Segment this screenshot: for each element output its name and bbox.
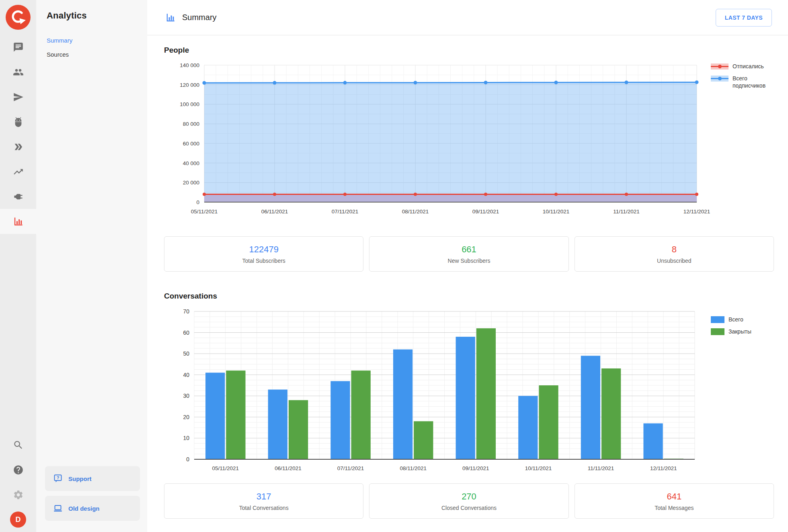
settings-gear-icon[interactable] bbox=[0, 482, 36, 507]
legend-item-total-subscribers: Всего подписчиков bbox=[711, 75, 774, 89]
date-range-button[interactable]: LAST 7 DAYS bbox=[716, 9, 772, 27]
legend-label-closed: Закрыты bbox=[728, 328, 751, 335]
sidebar-item-summary[interactable]: Summary bbox=[47, 37, 147, 44]
total-conversations-card: 317 Total Conversations bbox=[164, 483, 363, 519]
svg-text:140 000: 140 000 bbox=[180, 62, 199, 68]
laptop-icon bbox=[53, 503, 63, 513]
chat-icon[interactable] bbox=[0, 35, 36, 59]
support-help-icon: ? bbox=[53, 474, 63, 483]
svg-text:05/11/2021: 05/11/2021 bbox=[212, 465, 239, 471]
send-icon[interactable] bbox=[0, 84, 36, 109]
conversations-chart-row: 01020304050607005/11/202106/11/202107/11… bbox=[164, 305, 774, 476]
total-subscribers-swatch bbox=[711, 75, 728, 82]
svg-text:12/11/2021: 12/11/2021 bbox=[650, 465, 677, 471]
svg-text:50: 50 bbox=[183, 350, 189, 357]
svg-text:11/11/2021: 11/11/2021 bbox=[588, 465, 614, 471]
legend-label-total: Всего bbox=[728, 316, 743, 323]
svg-text:30: 30 bbox=[183, 393, 189, 399]
svg-text:10/11/2021: 10/11/2021 bbox=[543, 209, 570, 215]
logo-glyph bbox=[6, 5, 31, 30]
svg-text:12/11/2021: 12/11/2021 bbox=[683, 209, 710, 215]
unsubscribed-value: 8 bbox=[672, 244, 677, 255]
closed-conversations-card: 270 Closed Conversations bbox=[369, 483, 568, 519]
legend-label-total-subscribers: Всего подписчиков bbox=[733, 75, 773, 89]
page-title: Summary bbox=[165, 12, 217, 23]
conversations-section-title: Conversations bbox=[164, 292, 774, 301]
total-subscribers-value: 122479 bbox=[249, 244, 278, 255]
svg-text:60: 60 bbox=[183, 329, 189, 336]
people-chart-legend: Отписались Всего подписчиков bbox=[711, 59, 774, 220]
sidebar-footer: ? Support Old design bbox=[36, 466, 147, 532]
new-subscribers-card: 661 New Subscribers bbox=[369, 236, 568, 272]
svg-text:0: 0 bbox=[196, 199, 199, 205]
legend-item-closed: Закрыты bbox=[711, 328, 774, 335]
old-design-button[interactable]: Old design bbox=[45, 496, 140, 521]
svg-text:20: 20 bbox=[183, 414, 189, 420]
sidebar: Analytics Summary Sources ? Support Old … bbox=[36, 0, 147, 532]
svg-text:40: 40 bbox=[183, 372, 189, 378]
total-messages-card: 641 Total Messages bbox=[575, 483, 774, 519]
svg-text:100 000: 100 000 bbox=[180, 101, 199, 107]
svg-text:60 000: 60 000 bbox=[183, 141, 199, 147]
summary-chart-icon bbox=[165, 12, 176, 23]
unsubscribed-card: 8 Unsubscribed bbox=[575, 236, 774, 272]
conversations-chart-legend: Всего Закрыты bbox=[711, 305, 774, 476]
page-title-text: Summary bbox=[182, 13, 217, 22]
support-button-label: Support bbox=[68, 475, 92, 482]
new-subscribers-value: 661 bbox=[462, 244, 476, 255]
svg-text:07/11/2021: 07/11/2021 bbox=[337, 465, 364, 471]
search-icon[interactable] bbox=[0, 432, 36, 457]
people-chart: 020 00040 00060 00080 000100 000120 0001… bbox=[164, 59, 711, 220]
svg-text:10/11/2021: 10/11/2021 bbox=[525, 465, 552, 471]
main-area: Summary LAST 7 DAYS People 020 00040 000… bbox=[147, 0, 788, 532]
new-subscribers-label: New Subscribers bbox=[448, 258, 490, 264]
user-avatar[interactable]: D bbox=[0, 507, 36, 532]
support-button[interactable]: ? Support bbox=[45, 466, 140, 491]
avatar-initial: D bbox=[16, 516, 21, 524]
old-design-button-label: Old design bbox=[68, 505, 100, 512]
svg-text:08/11/2021: 08/11/2021 bbox=[400, 465, 427, 471]
svg-text:05/11/2021: 05/11/2021 bbox=[191, 209, 218, 215]
svg-text:09/11/2021: 09/11/2021 bbox=[472, 209, 499, 215]
svg-text:06/11/2021: 06/11/2021 bbox=[261, 209, 288, 215]
closed-swatch bbox=[711, 328, 724, 335]
svg-text:40 000: 40 000 bbox=[183, 160, 199, 166]
people-icon[interactable] bbox=[0, 59, 36, 84]
people-cards: 122479 Total Subscribers 661 New Subscri… bbox=[164, 236, 774, 272]
app-logo[interactable] bbox=[0, 0, 36, 35]
plug-icon[interactable] bbox=[0, 184, 36, 209]
legend-item-unsubscribed: Отписались bbox=[711, 63, 774, 70]
rail-bottom-group: D bbox=[0, 432, 36, 532]
closed-conversations-label: Closed Conversations bbox=[441, 505, 497, 511]
conversations-cards: 317 Total Conversations 270 Closed Conve… bbox=[164, 483, 774, 519]
svg-text:11/11/2021: 11/11/2021 bbox=[613, 209, 640, 215]
fast-forward-icon[interactable] bbox=[0, 134, 36, 159]
total-subscribers-label: Total Subscribers bbox=[242, 258, 285, 264]
svg-text:?: ? bbox=[57, 475, 60, 480]
total-conversations-value: 317 bbox=[257, 491, 271, 502]
total-messages-value: 641 bbox=[667, 491, 681, 502]
icon-rail: D bbox=[0, 0, 36, 532]
legend-item-total: Всего bbox=[711, 316, 774, 323]
trending-up-icon[interactable] bbox=[0, 159, 36, 184]
sidebar-item-sources[interactable]: Sources bbox=[47, 51, 147, 58]
svg-text:06/11/2021: 06/11/2021 bbox=[275, 465, 302, 471]
unsubscribed-label: Unsubscribed bbox=[657, 258, 692, 264]
conversations-chart: 01020304050607005/11/202106/11/202107/11… bbox=[164, 305, 711, 476]
total-subscribers-card: 122479 Total Subscribers bbox=[164, 236, 363, 272]
svg-text:20 000: 20 000 bbox=[183, 180, 199, 186]
people-chart-row: 020 00040 00060 00080 000100 000120 0001… bbox=[164, 59, 774, 220]
svg-text:09/11/2021: 09/11/2021 bbox=[462, 465, 489, 471]
svg-text:07/11/2021: 07/11/2021 bbox=[332, 209, 359, 215]
help-icon[interactable] bbox=[0, 457, 36, 482]
sidebar-menu: Summary Sources bbox=[36, 37, 147, 58]
unsubscribed-swatch bbox=[711, 63, 728, 70]
content: People 020 00040 00060 00080 000100 0001… bbox=[147, 35, 788, 519]
svg-text:80 000: 80 000 bbox=[183, 121, 199, 127]
app-root: D Analytics Summary Sources ? Support bbox=[0, 0, 788, 532]
svg-text:70: 70 bbox=[183, 308, 189, 315]
analytics-chart-icon[interactable] bbox=[0, 209, 36, 234]
people-section-title: People bbox=[164, 46, 774, 55]
svg-text:120 000: 120 000 bbox=[180, 82, 199, 88]
bot-icon[interactable] bbox=[0, 109, 36, 134]
